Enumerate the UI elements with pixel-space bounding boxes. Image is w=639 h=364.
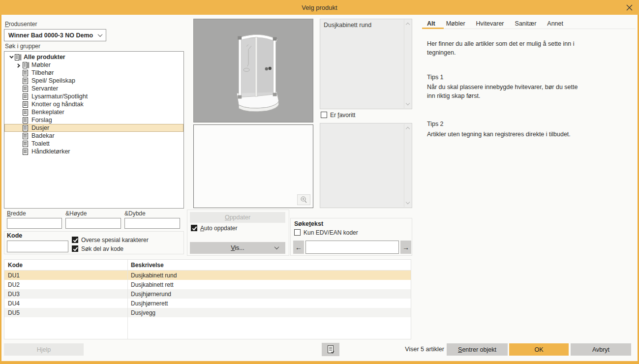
tree-item-label: Tilbehør [30, 69, 54, 76]
chevron-down-icon[interactable] [6, 53, 15, 61]
zoom-button[interactable] [297, 194, 310, 205]
tab-sanit-r[interactable]: Sanitær [515, 20, 537, 27]
tab-m-bler[interactable]: Møbler [446, 20, 465, 27]
update-button[interactable]: Oppdater [190, 212, 285, 223]
cell-description: Dusjhjørnerett [127, 300, 411, 307]
product-description-text: Dusjkabinett rund [320, 19, 412, 31]
table-row-du5[interactable]: DU5Dusjvegg [4, 308, 411, 317]
tabs-divider [422, 29, 636, 29]
checkbox-unchecked-icon[interactable] [321, 112, 327, 118]
tree-item-dusjer[interactable]: Dusjer [4, 124, 183, 132]
chevron-down-icon [274, 244, 279, 249]
scroll-up-icon[interactable] [406, 127, 410, 131]
code-label: Kode [7, 232, 22, 239]
tree-item-label: Lysarmatur/Spotlight [30, 93, 88, 100]
table-row-du2[interactable]: DU2Dusjkabinett rett [4, 280, 411, 289]
document-icon [23, 109, 30, 116]
only-edv-ean-codes-checkbox[interactable]: Kun EDV/EAN koder [294, 229, 358, 236]
document-icon [23, 93, 30, 100]
tree-item-forslag[interactable]: Forslag [4, 116, 183, 124]
help-button-label: Hjelp [37, 346, 51, 353]
tab-annet[interactable]: Annet [547, 20, 563, 27]
tree-item-servanter[interactable]: Servanter [4, 85, 183, 92]
tree-item-alle-produkter[interactable]: Alle produkter [4, 53, 183, 61]
table-column-divider [127, 260, 128, 339]
center-object-label: Sentrer objekt [458, 346, 496, 353]
window-border-left [0, 15, 1, 364]
tree-item-badekar[interactable]: Badekar [4, 132, 183, 140]
table-row-du3[interactable]: DU3Dusjhjørnerund [4, 289, 411, 299]
expander-spacer [14, 77, 23, 85]
ok-button[interactable]: OK [509, 343, 569, 356]
tree-item-label: Forslag [30, 117, 52, 123]
close-button[interactable] [623, 2, 635, 13]
vis-dropdown-button[interactable]: Vis... [190, 242, 285, 254]
document-check-icon [327, 345, 335, 354]
search-forward-button[interactable]: → [400, 241, 411, 254]
code-input[interactable] [7, 241, 68, 252]
tree-item-benkeplater[interactable]: Benkeplater [4, 108, 183, 116]
checkbox-checked-icon[interactable] [191, 225, 197, 231]
search-text-label: Søketekst [294, 220, 323, 227]
info-tip-1: Tips 1Når du skal plassere innebygde hvi… [427, 73, 580, 100]
tree-item-speil-speilskap[interactable]: Speil/ Speilskap [4, 77, 183, 85]
document-icon [23, 140, 30, 147]
table-row-du1[interactable]: DU1Dusjkabinett rund [4, 271, 411, 280]
tree-item-label: Håndkletørker [30, 148, 70, 155]
document-icon [23, 101, 30, 108]
ignore-special-characters-checkbox[interactable]: Overse spesial karakterer [72, 237, 149, 243]
scroll-down-icon[interactable] [406, 200, 410, 204]
article-list-button[interactable] [322, 343, 339, 356]
document-icon [23, 148, 30, 155]
search-part-of-code-checkbox[interactable]: Søk del av kode [72, 245, 123, 252]
width-input[interactable] [7, 218, 62, 229]
scroll-up-icon[interactable] [406, 23, 410, 27]
cancel-button[interactable]: Avbryt [571, 343, 631, 356]
tab-alt[interactable]: Alt [427, 20, 435, 27]
close-icon [626, 4, 633, 11]
search-back-button[interactable]: ← [293, 241, 304, 254]
table-row-du4[interactable]: DU4Dusjhjørnerett [4, 299, 411, 308]
scroll-down-icon[interactable] [406, 101, 410, 105]
is-favorite-label: Er favoritt [330, 112, 355, 119]
expander-spacer [14, 132, 23, 140]
tree-item-toalett[interactable]: Toalett [4, 140, 183, 148]
chevron-down-icon [98, 32, 103, 37]
description-scrollbar[interactable] [404, 124, 411, 207]
tip-title: Tips 2 [427, 120, 580, 128]
tree-item-tilbeh-r[interactable]: Tilbehør [4, 69, 183, 77]
auto-update-checkbox[interactable]: Auto oppdater [191, 225, 237, 232]
tip-title: Tips 1 [427, 73, 580, 82]
tab-hvitevarer[interactable]: Hvitevarer [476, 20, 504, 27]
tree-item-lysarmatur-spotlight[interactable]: Lysarmatur/Spotlight [4, 92, 183, 100]
expander-spacer [14, 85, 23, 92]
tree-item-label: Møbler [30, 61, 51, 68]
checkbox-checked-icon[interactable] [72, 237, 78, 243]
tree-item-label: Alle produkter [23, 54, 65, 61]
info-tabs: AltMøblerHvitevarerSanitærAnnet [427, 20, 563, 27]
tree-item-h-ndklet-rker[interactable]: Håndkletørker [4, 148, 183, 155]
table-header-beskrivelse[interactable]: Beskrivelse [127, 262, 411, 269]
checkbox-unchecked-icon[interactable] [294, 229, 301, 236]
document-icon [23, 85, 30, 92]
depth-input[interactable] [124, 218, 180, 229]
chevron-right-icon[interactable] [14, 61, 23, 69]
expander-spacer [14, 92, 23, 100]
secondary-description-box[interactable] [320, 123, 412, 208]
product-description-box[interactable]: Dusjkabinett rund [320, 19, 412, 109]
search-text-input[interactable] [305, 241, 399, 254]
help-button[interactable]: Hjelp [4, 343, 84, 356]
checkbox-checked-icon[interactable] [72, 245, 78, 252]
producer-select[interactable]: Winner Bad 0000-3 NO Demo [4, 29, 106, 41]
cell-description: Dusjvegg [127, 309, 411, 316]
tree-item-m-bler[interactable]: Møbler [4, 61, 183, 69]
cancel-button-label: Avbryt [592, 346, 609, 353]
cell-description: Dusjkabinett rund [127, 272, 411, 279]
table-header-kode[interactable]: Kode [4, 262, 127, 269]
is-favorite-checkbox[interactable]: Er favoritt [321, 112, 355, 119]
tree-item-knotter-og-h-ndtak[interactable]: Knotter og håndtak [4, 100, 183, 108]
description-scrollbar[interactable] [404, 20, 411, 108]
tip-text: Når du skal plassere innebygde hvitevare… [427, 83, 580, 100]
height-input[interactable] [65, 218, 121, 229]
center-object-button[interactable]: Sentrer objekt [447, 343, 508, 356]
